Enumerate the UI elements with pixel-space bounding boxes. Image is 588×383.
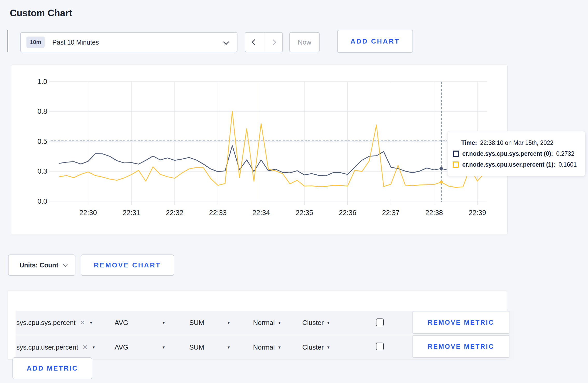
time-forward-button[interactable]: [264, 33, 282, 52]
aggregator-select[interactable]: SUM ▾: [189, 335, 230, 359]
toolbar-divider: [8, 30, 8, 52]
remove-metric-button[interactable]: REMOVE METRIC: [412, 335, 509, 358]
tooltip-time-row: Time: 22:38:10 on Mar 15th, 2022: [461, 139, 579, 146]
metric-name-dropdown[interactable]: sys.cpu.sys.percent ✕ ▾: [16, 311, 92, 335]
source-select[interactable]: Cluster ▾: [302, 335, 330, 359]
caret-down-icon: ▾: [278, 320, 281, 325]
aggregator-value: SUM: [189, 319, 204, 327]
aggregator-select[interactable]: SUM ▾: [189, 311, 230, 335]
tooltip-series-value: 0.1601: [558, 161, 577, 168]
source-value: Cluster: [302, 343, 324, 351]
metrics-table: METRIC NAME DOWNSAMPLER AGGREGATOR RATE …: [8, 290, 507, 360]
tooltip-series-name: cr.node.sys.cpu.user.percent (1):: [462, 161, 555, 168]
caret-down-icon: ▾: [163, 320, 165, 325]
rate-value: Normal: [253, 343, 275, 351]
add-metric-button[interactable]: ADD METRIC: [12, 357, 92, 379]
aggregator-value: SUM: [189, 343, 204, 351]
remove-tag-icon[interactable]: ✕: [82, 343, 88, 351]
tooltip-series-row: cr.node.sys.cpu.sys.percent (0): 0.2732: [453, 150, 579, 157]
chevron-down-icon: [63, 262, 67, 267]
time-back-button[interactable]: [245, 33, 264, 52]
rate-value: Normal: [253, 319, 275, 327]
time-range-label: Past 10 Minutes: [52, 39, 99, 46]
tooltip-time-value: 22:38:10 on Mar 15th, 2022: [480, 139, 554, 146]
caret-down-icon: ▾: [228, 345, 230, 350]
series-sys-swatch-icon: [453, 151, 459, 157]
units-dropdown[interactable]: Units: Count: [8, 254, 75, 276]
metric-name: sys.cpu.sys.percent: [16, 319, 75, 327]
caret-down-icon: ▾: [278, 345, 281, 350]
tooltip-series-name: cr.node.sys.cpu.sys.percent (0):: [462, 150, 553, 157]
downsampler-select[interactable]: AVG ▾: [115, 311, 165, 335]
metric-name-dropdown[interactable]: sys.cpu.user.percent ✕ ▾: [16, 335, 95, 359]
units-label: Units: Count: [19, 261, 58, 269]
per-node-checkbox[interactable]: [376, 343, 384, 350]
caret-down-icon: ▾: [327, 345, 330, 350]
rate-select[interactable]: Normal ▾: [253, 335, 281, 359]
page-title: Custom Chart: [10, 8, 72, 19]
add-chart-button[interactable]: ADD CHART: [337, 30, 413, 53]
per-node-checkbox[interactable]: [376, 318, 384, 326]
chevron-left-icon: [251, 39, 257, 45]
metric-name: sys.cpu.user.percent: [16, 343, 78, 351]
downsampler-select[interactable]: AVG ▾: [115, 335, 165, 359]
caret-down-icon: ▾: [93, 345, 95, 350]
time-range-badge: 10m: [26, 37, 45, 48]
caret-down-icon: ▾: [327, 320, 330, 325]
chart-card: [11, 65, 508, 235]
chevron-right-icon: [270, 39, 276, 45]
caret-down-icon: ▾: [228, 320, 230, 325]
tooltip-series-row: cr.node.sys.cpu.user.percent (1): 0.1601: [453, 161, 579, 168]
remove-chart-button[interactable]: REMOVE CHART: [81, 254, 174, 276]
series-user-swatch-icon: [453, 161, 459, 168]
now-button[interactable]: Now: [289, 32, 320, 52]
downsampler-value: AVG: [115, 319, 128, 327]
caret-down-icon: ▾: [90, 320, 92, 325]
chevron-down-icon: [223, 39, 229, 45]
source-value: Cluster: [302, 319, 324, 327]
time-range-dropdown[interactable]: 10m Past 10 Minutes: [20, 32, 237, 52]
remove-tag-icon[interactable]: ✕: [80, 319, 85, 327]
tooltip-time-label: Time:: [461, 139, 477, 146]
tooltip-series-value: 0.2732: [556, 150, 574, 157]
caret-down-icon: ▾: [163, 345, 165, 350]
downsampler-value: AVG: [115, 343, 128, 351]
rate-select[interactable]: Normal ▾: [253, 311, 281, 335]
chart-tooltip: Time: 22:38:10 on Mar 15th, 2022 cr.node…: [447, 131, 585, 176]
source-select[interactable]: Cluster ▾: [302, 311, 330, 335]
remove-metric-button[interactable]: REMOVE METRIC: [412, 311, 509, 334]
time-nav-group: [245, 32, 283, 52]
